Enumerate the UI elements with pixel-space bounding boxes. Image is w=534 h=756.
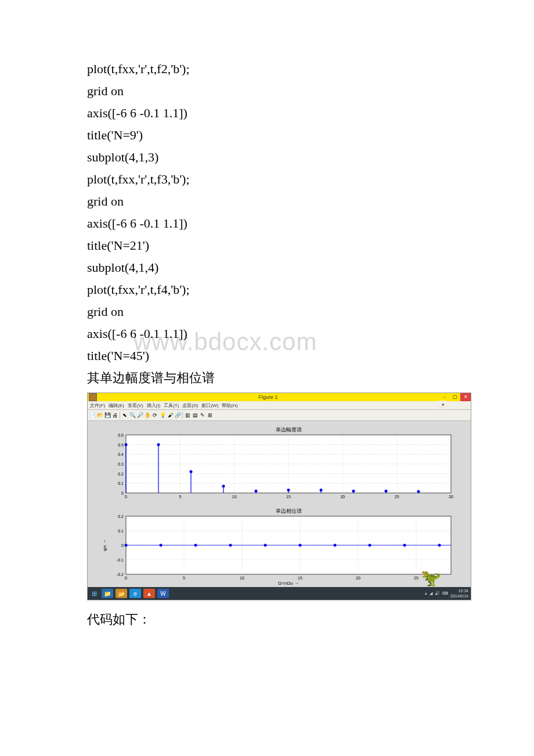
subplot-icon[interactable]: ⊞ xyxy=(207,412,214,419)
menu-item[interactable]: 文件(F) xyxy=(90,402,105,409)
windows-taskbar: ⊞ 📁 📂 e ▲ W ▴ ◢ 🔊 ⌨ 19:34 xyxy=(88,587,471,600)
svg-text:0.4: 0.4 xyxy=(118,452,124,456)
code-line: title('N=45') xyxy=(87,345,447,367)
systray[interactable]: ▴ ◢ 🔊 ⌨ 19:34 2014/6/14 xyxy=(425,588,471,599)
svg-text:10: 10 xyxy=(232,495,237,499)
link-icon[interactable]: 🔗 xyxy=(174,412,181,419)
menu-item[interactable]: 工具(T) xyxy=(164,402,179,409)
svg-text:Ω=nΩo →: Ω=nΩo → xyxy=(278,581,299,586)
menu-item[interactable]: 桌面(D) xyxy=(182,402,198,409)
menubar[interactable]: 文件(F)编辑(E)查看(V)插入(I)工具(T)桌面(D)窗口(W)帮助(H) xyxy=(88,401,471,410)
task-word-icon[interactable]: W xyxy=(157,589,169,598)
menu-item[interactable]: 插入(I) xyxy=(147,402,161,409)
menu-item[interactable]: 编辑(E) xyxy=(109,402,124,409)
maximize-button[interactable]: ▢ xyxy=(450,393,460,401)
code-line: title('N=9') xyxy=(87,124,447,146)
systray-vol-icon[interactable]: 🔊 xyxy=(435,591,440,596)
legend-icon[interactable]: ▤ xyxy=(192,412,199,419)
svg-point-31 xyxy=(125,443,128,446)
svg-point-37 xyxy=(222,485,225,488)
svg-text:25: 25 xyxy=(395,495,399,499)
svg-point-49 xyxy=(417,490,420,493)
systray-up-icon[interactable]: ▴ xyxy=(425,591,427,596)
close-button[interactable]: ✕ xyxy=(460,393,471,401)
footer-text: 代码如下： xyxy=(87,609,447,631)
pointer-icon[interactable]: ⬉ xyxy=(121,412,128,419)
titlebar: Figure 1 – ▢ ✕ xyxy=(88,393,471,401)
app-icon xyxy=(89,393,97,401)
svg-text:ψn →: ψn → xyxy=(102,539,107,551)
colorbar-icon[interactable]: ▥ xyxy=(184,412,191,419)
svg-text:单边幅度谱: 单边幅度谱 xyxy=(276,427,302,433)
svg-point-41 xyxy=(287,489,290,492)
code-line: plot(t,fxx,'r',t,f3,'b'); xyxy=(87,168,447,190)
svg-text:0: 0 xyxy=(121,491,124,495)
svg-text:15: 15 xyxy=(298,576,302,580)
svg-point-35 xyxy=(190,470,193,473)
window-title: Figure 1 xyxy=(97,394,439,400)
task-matlab-icon[interactable]: ▲ xyxy=(143,589,155,598)
zoomin-icon[interactable]: 🔍 xyxy=(129,412,136,419)
start-icon[interactable]: ⊞ xyxy=(89,589,99,598)
menu-item[interactable]: 帮助(H) xyxy=(222,402,237,409)
matlab-figure-window: Figure 1 – ▢ ✕ ▾ 文件(F)编辑(E)查看(V)插入(I)工具(… xyxy=(87,393,471,600)
svg-text:25: 25 xyxy=(414,576,418,580)
svg-text:20: 20 xyxy=(340,495,345,499)
window-controls: – ▢ ✕ xyxy=(439,393,471,401)
annotate-icon[interactable]: ✎ xyxy=(199,412,206,419)
mascot-icon: 🦖 xyxy=(421,570,441,586)
svg-text:5: 5 xyxy=(183,576,185,580)
task-ie-icon[interactable]: e xyxy=(129,589,141,598)
code-block: plot(t,fxx,'r',t,f2,'b');grid onaxis([-6… xyxy=(87,58,447,367)
code-line: subplot(4,1,4) xyxy=(87,257,447,279)
clock-date: 2014/6/14 xyxy=(450,593,468,599)
clock[interactable]: 19:34 2014/6/14 xyxy=(450,588,468,599)
task-file-explorer-icon[interactable]: 📁 xyxy=(102,589,113,598)
svg-text:0: 0 xyxy=(125,576,127,580)
svg-text:-0.2: -0.2 xyxy=(117,573,124,577)
code-line: grid on xyxy=(87,301,447,323)
dropdown-icon[interactable]: ▾ xyxy=(439,401,447,409)
menu-item[interactable]: 窗口(W) xyxy=(201,402,218,409)
pan-icon[interactable]: ✋ xyxy=(144,412,151,419)
brush-icon[interactable]: 🖌 xyxy=(167,412,174,419)
charts-svg: 05101520253000.10.20.30.40.50.6单边幅度谱0510… xyxy=(91,424,463,587)
task-folder-icon[interactable]: 📂 xyxy=(116,589,127,598)
svg-text:0.2: 0.2 xyxy=(118,514,124,519)
datatip-icon[interactable]: 💡 xyxy=(159,412,166,419)
open-icon[interactable]: 📂 xyxy=(96,412,103,419)
svg-text:0.5: 0.5 xyxy=(118,443,124,447)
code-line: grid on xyxy=(87,190,447,213)
save-icon[interactable]: 💾 xyxy=(104,412,111,419)
svg-point-47 xyxy=(385,489,388,492)
svg-text:20: 20 xyxy=(356,576,360,580)
menu-item[interactable]: 查看(V) xyxy=(128,402,143,409)
code-line: plot(t,fxx,'r',t,f2,'b'); xyxy=(87,58,447,80)
rotate-icon[interactable]: ⟳ xyxy=(151,412,158,419)
svg-text:10: 10 xyxy=(240,576,244,580)
svg-point-43 xyxy=(320,489,323,492)
section-heading: 其单边幅度谱与相位谱 xyxy=(87,367,447,389)
print-icon[interactable]: 🖨 xyxy=(111,412,118,419)
toolbar[interactable]: 📄📂💾🖨⬉🔍🔎✋⟳💡🖌🔗▥▤✎⊞ xyxy=(88,410,471,421)
matlab-figure-container: Figure 1 – ▢ ✕ ▾ 文件(F)编辑(E)查看(V)插入(I)工具(… xyxy=(87,393,447,600)
systray-net-icon[interactable]: ◢ xyxy=(430,591,432,596)
code-line: title('N=21') xyxy=(87,235,447,257)
svg-text:30: 30 xyxy=(449,495,453,499)
svg-text:0.1: 0.1 xyxy=(118,481,124,485)
svg-text:0.3: 0.3 xyxy=(118,462,124,466)
minimize-button[interactable]: – xyxy=(439,393,450,401)
plot-area: 05101520253000.10.20.30.40.50.6单边幅度谱0510… xyxy=(88,421,471,587)
code-line: plot(t,fxx,'r',t,f4,'b'); xyxy=(87,279,447,301)
svg-text:15: 15 xyxy=(286,495,291,499)
svg-text:0: 0 xyxy=(125,495,127,499)
zoomout-icon[interactable]: 🔎 xyxy=(136,412,143,419)
new-icon[interactable]: 📄 xyxy=(89,412,96,419)
svg-point-45 xyxy=(352,489,355,492)
svg-text:0.2: 0.2 xyxy=(118,472,124,476)
systray-keyboard-icon[interactable]: ⌨ xyxy=(442,591,448,596)
code-line: axis([-6 6 -0.1 1.1]) xyxy=(87,102,447,124)
code-line: grid on xyxy=(87,80,447,102)
svg-text:5: 5 xyxy=(179,495,181,499)
svg-point-33 xyxy=(157,443,160,446)
